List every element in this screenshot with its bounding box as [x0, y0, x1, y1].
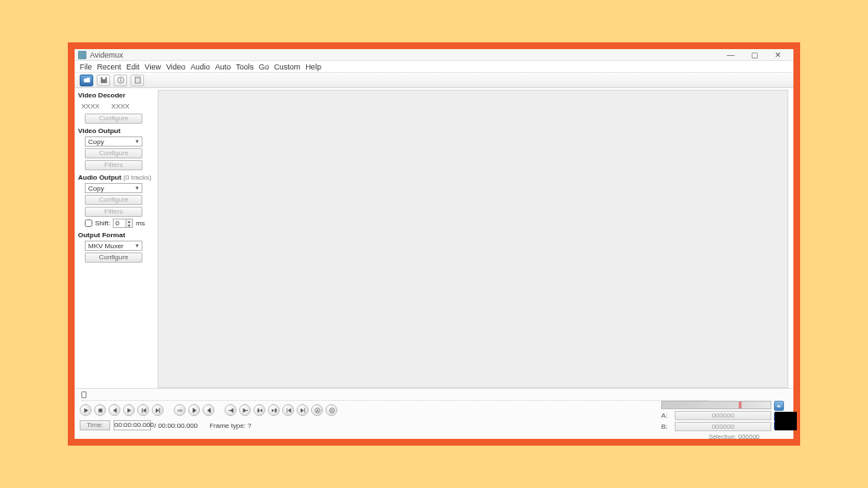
next-frame-button[interactable] — [123, 404, 135, 416]
decoder-configure-button[interactable]: Configure — [85, 114, 142, 124]
chevron-down-icon: ▾ — [136, 242, 139, 249]
marker-a-icon — [192, 408, 198, 413]
svg-point-5 — [136, 80, 136, 80]
window-maximize-button[interactable]: ▢ — [743, 51, 766, 59]
delete-icon: DEL — [177, 408, 183, 413]
svg-point-13 — [228, 409, 229, 410]
next-black-button[interactable] — [268, 404, 280, 416]
audio-codec-combo[interactable]: Copy ▾ — [85, 183, 142, 193]
spin-buttons[interactable]: ▴▾ — [125, 219, 132, 227]
save-button[interactable] — [97, 75, 110, 86]
output-preview-thumb — [775, 412, 793, 430]
prev-frame-icon — [112, 408, 118, 413]
menu-audio[interactable]: Audio — [191, 63, 210, 71]
menu-tools[interactable]: Tools — [236, 63, 253, 71]
open-file-button[interactable] — [80, 75, 93, 86]
titlebar: Avidemux — ▢ ✕ — [75, 49, 793, 61]
window-minimize-button[interactable]: — — [719, 51, 743, 59]
marker-a-value[interactable]: 000000 — [675, 411, 771, 420]
app-icon — [78, 51, 86, 59]
next-keyframe-button[interactable] — [152, 404, 164, 416]
video-codec-value: Copy — [88, 138, 104, 146]
next-cut-icon — [242, 408, 248, 413]
svg-rect-4 — [135, 78, 139, 79]
menu-custom[interactable]: Custom — [274, 63, 300, 71]
menu-help[interactable]: Help — [305, 63, 321, 71]
goto-end-button[interactable] — [297, 404, 309, 416]
video-preview-area — [158, 90, 788, 388]
audio-filters-button[interactable]: Filters — [85, 207, 142, 217]
speaker-icon — [776, 403, 782, 409]
audio-output-title: Audio Output (0 tracks) — [78, 174, 154, 181]
goto-marker-b-button[interactable]: B — [326, 404, 337, 416]
audio-shift-checkbox[interactable] — [85, 219, 92, 227]
next-keyframe-icon — [155, 408, 161, 413]
volume-button[interactable] — [774, 401, 784, 411]
marker-b-icon — [206, 408, 212, 413]
stop-button[interactable] — [94, 404, 106, 416]
delete-button[interactable]: DEL — [174, 404, 186, 416]
timeline-slider[interactable] — [81, 391, 709, 401]
svg-rect-15 — [257, 408, 259, 412]
menu-recent[interactable]: Recent — [97, 63, 122, 71]
prev-keyframe-icon — [141, 408, 147, 413]
calculator-button[interactable] — [131, 75, 144, 86]
menu-video[interactable]: Video — [166, 63, 186, 71]
selection-length: Selection: 000000 — [661, 433, 771, 439]
svg-rect-2 — [120, 78, 120, 79]
toolbar — [75, 73, 793, 88]
set-marker-a-button[interactable] — [188, 404, 200, 416]
content-area: Video Decoder XXXX XXXX Configure Video … — [75, 88, 793, 388]
svg-text:B: B — [331, 408, 333, 412]
video-output-title: Video Output — [78, 127, 154, 135]
audio-shift-input[interactable]: 0 ▴▾ — [113, 219, 133, 228]
calculator-icon — [134, 76, 142, 84]
audio-meter — [661, 401, 771, 409]
save-icon — [100, 76, 108, 84]
svg-point-8 — [136, 81, 136, 82]
menu-file[interactable]: File — [80, 63, 92, 71]
audio-shift-unit: ms — [136, 219, 145, 227]
video-configure-button[interactable]: Configure — [85, 148, 142, 158]
decoder-name-row: XXXX XXXX — [78, 101, 154, 112]
goto-start-button[interactable] — [282, 404, 294, 416]
prev-black-button[interactable] — [253, 404, 265, 416]
prev-keyframe-button[interactable] — [137, 404, 149, 416]
time-button[interactable]: Time: — [80, 420, 110, 430]
menu-auto[interactable]: Auto — [215, 63, 231, 71]
menu-view[interactable]: View — [145, 63, 161, 71]
menu-go[interactable]: Go — [259, 63, 269, 71]
next-cut-button[interactable] — [239, 404, 251, 416]
timeline-thumb[interactable] — [81, 391, 86, 398]
output-configure-button[interactable]: Configure — [85, 252, 142, 263]
marker-a-row: A: 000000 — [661, 411, 771, 420]
marker-b-label: B: — [661, 423, 671, 430]
play-button[interactable] — [80, 404, 92, 416]
svg-point-6 — [137, 80, 138, 80]
selection-pane: A: 000000 B: 000000 Selection: 000000 — [661, 401, 771, 439]
info-button[interactable] — [114, 75, 127, 86]
output-muxer-combo[interactable]: MKV Muxer ▾ — [85, 241, 142, 251]
time-field[interactable]: 00:00:00.000 — [114, 420, 151, 430]
video-codec-combo[interactable]: Copy ▾ — [85, 136, 142, 147]
set-marker-b-button[interactable] — [203, 404, 214, 416]
play-icon — [83, 408, 89, 413]
window-close-button[interactable]: ✕ — [766, 51, 790, 59]
svg-rect-11 — [98, 408, 102, 412]
goto-marker-a-button[interactable]: A — [311, 404, 323, 416]
info-icon — [117, 76, 125, 84]
prev-cut-button[interactable] — [225, 404, 236, 416]
svg-text:A: A — [316, 408, 319, 412]
stop-icon — [97, 408, 103, 413]
prev-frame-button[interactable] — [108, 404, 120, 416]
svg-point-7 — [138, 80, 139, 80]
audio-configure-button[interactable]: Configure — [85, 195, 142, 205]
prev-black-icon — [257, 408, 263, 413]
menu-edit[interactable]: Edit — [126, 63, 140, 71]
goto-b-icon: B — [329, 408, 335, 413]
prev-cut-icon — [228, 408, 234, 413]
marker-b-value[interactable]: 000000 — [675, 422, 771, 431]
video-filters-button[interactable]: Filters — [85, 160, 142, 170]
video-decoder-title: Video Decoder — [78, 92, 154, 99]
menubar: File Recent Edit View Video Audio Auto T… — [75, 61, 793, 73]
